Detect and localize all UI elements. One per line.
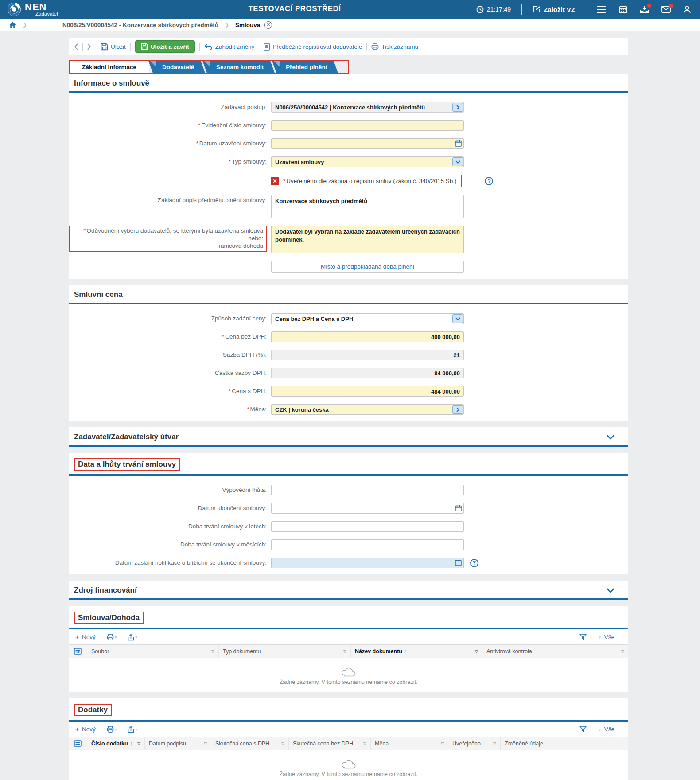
- column-filter-icon[interactable]: ▽: [279, 741, 284, 746]
- open-detail-arrow-button[interactable]: [452, 103, 463, 112]
- column-header-nazev-dokumentu[interactable]: Název dokumentu↑ ▽: [351, 645, 482, 658]
- empty-list-text: Žádné záznamy. V tomto seznamu nemáme co…: [69, 771, 628, 777]
- column-filter-icon[interactable]: ▽: [438, 741, 444, 746]
- column-filter-icon[interactable]: ▽: [618, 649, 624, 654]
- column-filter-icon[interactable]: ▽: [341, 649, 346, 654]
- column-header-mena[interactable]: Měna▽: [371, 737, 448, 750]
- save-and-close-button[interactable]: Uložit a zavřít: [135, 40, 195, 53]
- doba-trvani-mesicich-input[interactable]: [271, 539, 464, 550]
- preregister-supplier-button[interactable]: Předběžně registrovat dodavatele: [264, 43, 362, 51]
- field-label: Datum zaslání notifikace o blížícím se u…: [69, 559, 267, 567]
- divider: [82, 43, 83, 51]
- calendar-icon[interactable]: [455, 140, 462, 147]
- doba-trvani-letech-input[interactable]: [271, 521, 464, 532]
- datum-uzavreni-input[interactable]: [271, 138, 464, 149]
- create-vz-button[interactable]: Založit VZ: [533, 5, 575, 13]
- user-profile-icon[interactable]: [683, 5, 691, 14]
- help-icon[interactable]: ?: [470, 559, 478, 567]
- zpusob-zadani-ceny-select[interactable]: Cena bez DPH a Cena s DPH: [271, 313, 464, 324]
- tab-dodavatele[interactable]: Dodavatelé: [151, 61, 203, 73]
- uverejneno-checkbox-label[interactable]: *Uveřejněno dle zákona o registru smluv …: [283, 178, 456, 184]
- home-icon[interactable]: [9, 21, 16, 28]
- section-underline: [69, 598, 628, 600]
- print-list-button[interactable]: ▿: [107, 726, 117, 733]
- divider: [620, 634, 620, 641]
- column-filter-icon[interactable]: ▽: [361, 741, 366, 746]
- column-header-cislo-dodatku[interactable]: Číslo dodatku↑ ▽: [87, 737, 145, 750]
- discard-changes-button[interactable]: Zahodit změny: [204, 43, 255, 50]
- column-header-skutecna-cena-s-dph[interactable]: Skutečná cena s DPH▽: [211, 737, 289, 750]
- calendar-icon[interactable]: [455, 559, 462, 566]
- divider: [586, 4, 586, 15]
- datum-ukonceni-input[interactable]: [271, 503, 464, 514]
- expand-chevron-icon[interactable]: [606, 588, 615, 593]
- new-record-button[interactable]: + Nový: [75, 725, 96, 733]
- column-filter-icon[interactable]: ▽: [135, 741, 140, 746]
- column-filter-icon[interactable]: ▽: [490, 741, 496, 746]
- tab-seznam-komodit[interactable]: Seznam komodit: [205, 61, 272, 73]
- column-filter-icon[interactable]: ▽: [209, 649, 214, 654]
- tab-prehled-plneni[interactable]: Přehled plnění: [274, 61, 336, 73]
- column-header-typ-dokumentu[interactable]: Typ dokumentu▽: [219, 645, 351, 658]
- column-settings-button[interactable]: [69, 737, 87, 750]
- column-header-datum-podpisu[interactable]: Datum podpisu▽: [145, 737, 211, 750]
- column-filter-icon[interactable]: ▽: [472, 649, 478, 654]
- breadcrumb: ❯ N006/25/V00004542 - Konzervace sbírkov…: [0, 19, 700, 31]
- show-all-button[interactable]: Vše: [604, 634, 614, 640]
- nav-forward-icon[interactable]: [87, 43, 91, 50]
- nen-logo-icon: [7, 2, 21, 16]
- help-icon[interactable]: ?: [485, 177, 493, 185]
- export-button[interactable]: ▿: [128, 726, 137, 733]
- filter-funnel-icon[interactable]: [579, 726, 587, 733]
- column-settings-button[interactable]: [69, 645, 87, 658]
- expand-chevron-icon[interactable]: [606, 434, 615, 440]
- evidencni-cislo-input[interactable]: [271, 120, 464, 131]
- misto-doba-plneni-button[interactable]: Místo a předpokládaná doba plnění: [271, 261, 464, 273]
- nen-brand[interactable]: NEN Zadavatel: [7, 2, 58, 17]
- section-title: Data a lhůty trvání smlouvy: [74, 458, 180, 471]
- messages-button[interactable]: [661, 6, 671, 13]
- breadcrumb-procedure[interactable]: N006/25/V00004542 - Konzervace sbírkovýc…: [62, 22, 218, 28]
- datum-notifikace-input[interactable]: [271, 558, 464, 568]
- divider: [199, 43, 200, 51]
- cena-bez-dph-input[interactable]: 400 000,00: [271, 332, 464, 342]
- open-detail-arrow-button[interactable]: [452, 405, 463, 414]
- export-button[interactable]: ▿: [128, 634, 137, 641]
- tab-zakladni-informace[interactable]: Základní informace: [70, 61, 149, 73]
- cena-s-dph-input[interactable]: 484 000,00: [271, 386, 464, 397]
- column-filter-icon[interactable]: ▽: [201, 741, 207, 746]
- nav-back-icon[interactable]: [74, 43, 78, 50]
- filter-funnel-icon[interactable]: [579, 634, 587, 640]
- column-header-zmenene-udaje[interactable]: Změněné údaje: [501, 737, 628, 750]
- column-header-skutecna-cena-bez-dph[interactable]: Skutečná cena bez DPH▽: [289, 737, 371, 750]
- dropdown-chevron-button[interactable]: [452, 157, 463, 166]
- annotation-red-box: *Odůvodnění výběru dodavatelů, se kterým…: [69, 226, 267, 252]
- table-header-row: Číslo dodatku↑ ▽ Datum podpisu▽ Skutečná…: [69, 737, 628, 750]
- menu-icon[interactable]: [597, 6, 606, 13]
- calendar-icon[interactable]: [619, 5, 627, 14]
- mena-field[interactable]: CZK | koruna česká: [271, 404, 464, 415]
- column-header-soubor[interactable]: Soubor▽: [87, 645, 219, 658]
- oduvodneni-textarea[interactable]: Dodavatel byl vybrán na základě zadavate…: [271, 226, 464, 253]
- section-title: Dodatky: [74, 704, 112, 716]
- dropdown-chevron-button[interactable]: [452, 314, 463, 323]
- calendar-icon[interactable]: [455, 505, 462, 511]
- print-record-button[interactable]: Tisk záznamu: [371, 43, 418, 50]
- vypovedni-lhuta-input[interactable]: [271, 485, 464, 495]
- field-label: Datum ukončení smlouvy:: [69, 505, 267, 512]
- close-tab-icon[interactable]: ✕: [264, 21, 272, 29]
- empty-list-text: Žádné záznamy. V tomto seznamu nemáme co…: [69, 679, 628, 685]
- new-record-button[interactable]: + Nový: [75, 633, 96, 641]
- dropdown-caret-icon: ▿: [599, 635, 601, 640]
- inbox-button[interactable]: [640, 5, 649, 14]
- chevron-right-icon: ❯: [23, 22, 27, 28]
- typ-smlouvy-select[interactable]: Uzavření smlouvy: [271, 156, 464, 167]
- column-header-uverejneno[interactable]: Uveřejněno▽: [448, 737, 501, 750]
- show-all-button[interactable]: Vše: [604, 726, 614, 733]
- print-list-button[interactable]: ▿: [107, 634, 117, 640]
- column-header-antivirova-kontrola[interactable]: Antivirová kontrola▽: [482, 645, 628, 658]
- field-label: Zadávací postup:: [69, 104, 267, 111]
- divider: [101, 634, 101, 641]
- popis-predmetu-textarea[interactable]: Konzervace sbírkových předmětů: [271, 195, 464, 218]
- save-button[interactable]: Uložit: [101, 43, 126, 51]
